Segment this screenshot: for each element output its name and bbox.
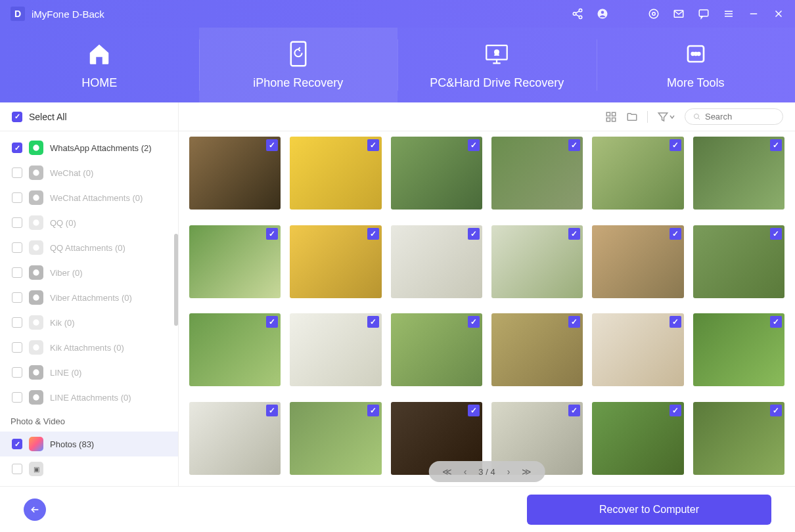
- sidebar-item-photos[interactable]: Photos (83): [0, 432, 178, 456]
- search-icon: [693, 112, 701, 122]
- select-all-label: Select All: [29, 112, 67, 122]
- thumbnail-checkbox[interactable]: [266, 405, 278, 416]
- thumbnail-checkbox[interactable]: [670, 139, 681, 151]
- mail-icon[interactable]: [673, 8, 685, 20]
- svg-point-35: [33, 369, 39, 375]
- thumbnail-checkbox[interactable]: [266, 228, 278, 240]
- svg-point-29: [33, 219, 39, 225]
- thumbnail-checkbox[interactable]: [468, 405, 480, 416]
- filter-icon[interactable]: [657, 111, 675, 123]
- app-icon: [29, 166, 43, 180]
- sidebar-item: ▣: [0, 456, 178, 481]
- thumbnail-checkbox[interactable]: [770, 316, 782, 328]
- photo-thumbnail[interactable]: [290, 137, 381, 210]
- tab-home[interactable]: HOME: [0, 28, 199, 102]
- photo-thumbnail[interactable]: [189, 225, 281, 298]
- thumbnail-checkbox[interactable]: [468, 316, 480, 328]
- thumbnail-checkbox[interactable]: [770, 139, 782, 151]
- photo-thumbnail[interactable]: [391, 313, 482, 386]
- svg-point-33: [33, 319, 39, 325]
- photo-thumbnail[interactable]: [693, 313, 784, 386]
- category-checkbox[interactable]: [12, 439, 22, 449]
- thumbnail-checkbox[interactable]: [367, 139, 379, 151]
- photo-thumbnail[interactable]: [290, 402, 381, 475]
- photo-thumbnail[interactable]: [693, 137, 784, 210]
- feedback-icon[interactable]: [698, 8, 710, 20]
- thumbnail-checkbox[interactable]: [670, 316, 681, 328]
- category-checkbox: [12, 464, 22, 474]
- category-checkbox[interactable]: [12, 143, 22, 153]
- search-input[interactable]: [705, 112, 775, 122]
- grid-view-icon[interactable]: [605, 111, 617, 123]
- back-button[interactable]: [24, 499, 46, 521]
- photo-thumbnail[interactable]: [290, 225, 381, 298]
- thumbnail-checkbox[interactable]: [367, 405, 379, 416]
- thumbnail-checkbox[interactable]: [770, 405, 782, 416]
- thumbnail-checkbox[interactable]: [367, 316, 379, 328]
- photo-thumbnail[interactable]: [491, 137, 583, 210]
- folder-view-icon[interactable]: [626, 111, 638, 123]
- sidebar-item[interactable]: WhatsApp Attachments (2): [0, 135, 178, 160]
- section-header: Photo & Video: [0, 410, 178, 432]
- sidebar: Select All WhatsApp Attachments (2) WeCh…: [0, 102, 179, 486]
- tab-iphone-recovery[interactable]: iPhone Recovery: [199, 28, 398, 102]
- video-icon: ▣: [29, 462, 43, 476]
- thumbnail-checkbox[interactable]: [670, 405, 681, 416]
- photo-thumbnail[interactable]: [592, 313, 683, 386]
- svg-point-25: [697, 53, 700, 55]
- thumbnail-checkbox[interactable]: [468, 228, 480, 240]
- scrollbar[interactable]: [174, 234, 178, 326]
- thumbnail-checkbox[interactable]: [568, 405, 580, 416]
- category-checkbox: [12, 167, 22, 178]
- thumbnail-checkbox[interactable]: [670, 228, 681, 240]
- pager-prev-icon[interactable]: ‹: [464, 466, 467, 477]
- thumbnail-checkbox[interactable]: [266, 316, 278, 328]
- photo-thumbnail[interactable]: [592, 402, 683, 475]
- svg-point-36: [33, 394, 39, 400]
- pager-first-icon[interactable]: ≪: [442, 466, 452, 477]
- photo-thumbnail[interactable]: [491, 225, 583, 298]
- photo-thumbnail[interactable]: [391, 225, 482, 298]
- photo-thumbnail[interactable]: [189, 402, 281, 475]
- pager-last-icon[interactable]: ≫: [522, 466, 532, 477]
- svg-point-30: [33, 244, 39, 250]
- svg-point-0: [579, 9, 582, 12]
- photo-thumbnail[interactable]: [491, 313, 583, 386]
- settings-icon[interactable]: [648, 8, 660, 20]
- menu-icon[interactable]: [723, 8, 735, 20]
- photo-thumbnail[interactable]: [592, 137, 683, 210]
- account-icon[interactable]: [597, 8, 608, 20]
- thumbnail-checkbox[interactable]: [367, 228, 379, 240]
- photo-thumbnail[interactable]: [592, 225, 683, 298]
- photo-thumbnail[interactable]: [693, 225, 784, 298]
- tab-more-tools[interactable]: More Tools: [597, 28, 796, 102]
- search-box[interactable]: [685, 108, 783, 125]
- thumbnail-checkbox[interactable]: [568, 228, 580, 240]
- app-title: iMyFone D-Back: [32, 9, 572, 20]
- category-label: QQ Attachments (0): [50, 243, 125, 253]
- svg-rect-38: [612, 112, 616, 116]
- photo-thumbnail[interactable]: [290, 313, 381, 386]
- pager-next-icon[interactable]: ›: [507, 466, 511, 477]
- photo-thumbnail[interactable]: [189, 313, 281, 386]
- close-icon[interactable]: [773, 8, 784, 20]
- select-all-row[interactable]: Select All: [0, 102, 178, 131]
- thumbnail-checkbox[interactable]: [770, 228, 782, 240]
- svg-point-23: [691, 53, 694, 55]
- category-label: Kik Attachments (0): [50, 343, 124, 353]
- share-icon[interactable]: [572, 8, 583, 20]
- app-icon: [29, 315, 43, 330]
- photo-thumbnail[interactable]: [189, 137, 281, 210]
- photo-thumbnail[interactable]: [391, 137, 482, 210]
- title-bar: D iMyFone D-Back: [0, 0, 795, 28]
- photo-thumbnail[interactable]: [693, 402, 784, 475]
- tab-pc-recovery[interactable]: PC&Hard Drive Recovery: [398, 28, 597, 102]
- thumbnail-checkbox[interactable]: [468, 139, 480, 151]
- svg-point-34: [33, 344, 39, 350]
- minimize-icon[interactable]: [748, 8, 760, 20]
- select-all-checkbox[interactable]: [12, 112, 22, 122]
- thumbnail-checkbox[interactable]: [568, 139, 580, 151]
- recover-button[interactable]: Recover to Computer: [527, 495, 771, 525]
- thumbnail-checkbox[interactable]: [568, 316, 580, 328]
- thumbnail-checkbox[interactable]: [266, 139, 278, 151]
